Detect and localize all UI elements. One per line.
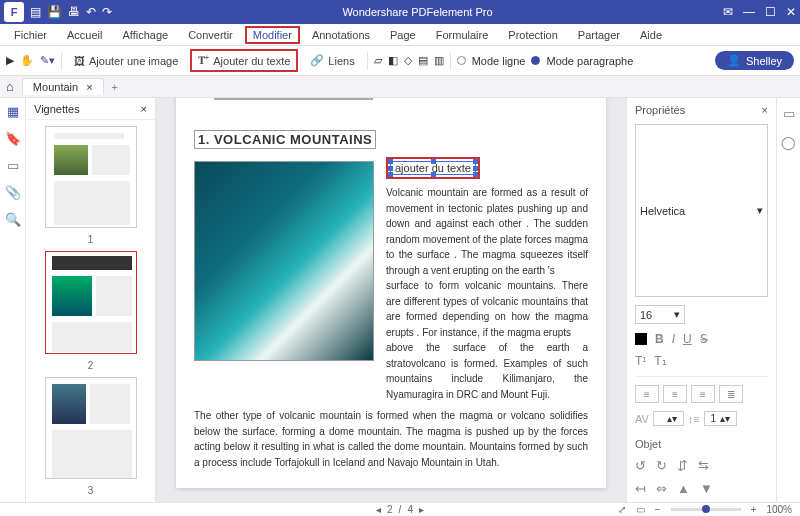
flip-horizontal-icon[interactable]: ⇆: [698, 458, 709, 473]
align-objects-left-icon[interactable]: ↤: [635, 481, 646, 496]
add-text-button[interactable]: 𝐓⁺Ajouter du texte: [190, 49, 298, 72]
link-icon: 🔗: [310, 54, 324, 67]
font-size-select[interactable]: 16▾: [635, 305, 685, 324]
zoom-value[interactable]: 100%: [766, 504, 792, 515]
text-insertion-box[interactable]: ajouter du texte: [390, 161, 476, 175]
text-color-swatch[interactable]: [635, 333, 647, 345]
search-icon[interactable]: 🔍: [5, 212, 21, 227]
menu-aide[interactable]: Aide: [632, 26, 670, 44]
minimize-icon[interactable]: —: [743, 5, 755, 19]
crop-icon[interactable]: ▱: [374, 54, 382, 67]
strikethrough-icon[interactable]: S̶: [700, 332, 708, 346]
menu-protection[interactable]: Protection: [500, 26, 566, 44]
distribute-icon[interactable]: ⇔: [656, 481, 667, 496]
open-icon[interactable]: ▤: [30, 5, 41, 19]
maximize-icon[interactable]: ☐: [765, 5, 776, 19]
menu-formulaire[interactable]: Formulaire: [428, 26, 497, 44]
bold-icon[interactable]: B: [655, 332, 664, 346]
send-back-icon[interactable]: ▼: [700, 481, 713, 496]
thumbnails-list: 1 2 3: [26, 120, 155, 502]
align-left-icon[interactable]: ≡: [635, 385, 659, 403]
rotate-left-icon[interactable]: ↺: [635, 458, 646, 473]
body-text[interactable]: Volcanic mountain are formed as a result…: [386, 185, 588, 278]
app-logo: F: [4, 2, 24, 22]
links-button[interactable]: 🔗Liens: [304, 51, 360, 70]
underline-icon[interactable]: U: [683, 332, 692, 346]
tab-close-icon[interactable]: ×: [86, 81, 92, 93]
mail-icon[interactable]: ✉: [723, 5, 733, 19]
rotate-right-icon[interactable]: ↻: [656, 458, 667, 473]
line-spacing-input[interactable]: 1▴▾: [704, 411, 738, 426]
menu-partager[interactable]: Partager: [570, 26, 628, 44]
tab-add-icon[interactable]: +: [112, 81, 118, 93]
subscript-icon[interactable]: T₁: [654, 354, 666, 368]
thumbnail-number: 3: [88, 485, 94, 496]
fit-width-icon[interactable]: ⤢: [618, 504, 626, 515]
zoom-in-icon[interactable]: +: [751, 504, 757, 515]
align-right-icon[interactable]: ≡: [691, 385, 715, 403]
document-viewport[interactable]: ARE THEY FORMED 1. VOLCANIC MOUNTAINS aj…: [156, 98, 626, 502]
body-text[interactable]: above the surface of the earth a stratov…: [386, 340, 588, 402]
section-heading[interactable]: 1. VOLCANIC MOUNTAINS: [194, 130, 376, 149]
thumbnail[interactable]: [45, 126, 137, 228]
menu-page[interactable]: Page: [382, 26, 424, 44]
menu-affichage[interactable]: Affichage: [114, 26, 176, 44]
mode-line-radio[interactable]: [457, 56, 466, 65]
article-image[interactable]: [194, 161, 374, 361]
menu-annotations[interactable]: Annotations: [304, 26, 378, 44]
superscript-icon[interactable]: T¹: [635, 354, 646, 368]
user-icon: 👤: [727, 54, 741, 67]
circle-tool-icon[interactable]: ◯: [781, 135, 796, 150]
bookmarks-icon[interactable]: 🔖: [5, 131, 21, 146]
page-next-icon[interactable]: ▸: [419, 504, 424, 515]
menu-fichier[interactable]: Fichier: [6, 26, 55, 44]
thumbnails-close-icon[interactable]: ×: [141, 103, 147, 115]
body-text[interactable]: The other type of volcanic mountain is f…: [194, 408, 588, 470]
comments-icon[interactable]: ▭: [7, 158, 19, 173]
mode-paragraph-radio[interactable]: [531, 56, 540, 65]
zoom-out-icon[interactable]: −: [655, 504, 661, 515]
select-tool-icon[interactable]: ▶: [6, 54, 14, 67]
thumbnail[interactable]: [45, 377, 137, 479]
document-tab[interactable]: Mountain ×: [22, 78, 104, 95]
zoom-slider[interactable]: [671, 508, 741, 511]
menu-convertir[interactable]: Convertir: [180, 26, 241, 44]
print-icon[interactable]: 🖶: [68, 5, 80, 19]
menu-accueil[interactable]: Accueil: [59, 26, 110, 44]
bates-icon[interactable]: ▥: [434, 54, 444, 67]
char-spacing-input[interactable]: ▴▾: [653, 411, 684, 426]
fit-page-icon[interactable]: ▭: [636, 504, 645, 515]
body-text[interactable]: surface to form volcanic mountains. Ther…: [386, 278, 588, 340]
align-justify-icon[interactable]: ≣: [719, 385, 743, 403]
background-icon[interactable]: ◇: [404, 54, 412, 67]
bring-front-icon[interactable]: ▲: [677, 481, 690, 496]
menu-bar: Fichier Accueil Affichage Convertir Modi…: [0, 24, 800, 46]
italic-icon[interactable]: I: [672, 332, 675, 346]
add-text-highlight: ajouter du texte: [386, 157, 480, 179]
thumbnail[interactable]: [45, 251, 137, 353]
user-pill[interactable]: 👤Shelley: [715, 51, 794, 70]
attachments-icon[interactable]: 📎: [5, 185, 21, 200]
page-current[interactable]: 2: [387, 504, 393, 515]
rectangle-tool-icon[interactable]: ▭: [783, 106, 795, 121]
tab-home-icon[interactable]: ⌂: [6, 79, 14, 94]
save-icon[interactable]: 💾: [47, 5, 62, 19]
undo-icon[interactable]: ↶: [86, 5, 96, 19]
thumbnails-icon[interactable]: ▦: [7, 104, 19, 119]
menu-modifier[interactable]: Modifier: [245, 26, 300, 44]
page-prev-icon[interactable]: ◂: [376, 504, 381, 515]
add-image-button[interactable]: 🖼Ajouter une image: [68, 52, 184, 70]
close-icon[interactable]: ✕: [786, 5, 796, 19]
header-footer-icon[interactable]: ▤: [418, 54, 428, 67]
flip-vertical-icon[interactable]: ⇵: [677, 458, 688, 473]
app-title: Wondershare PDFelement Pro: [112, 6, 723, 18]
hand-tool-icon[interactable]: ✋: [20, 54, 34, 67]
align-center-icon[interactable]: ≡: [663, 385, 687, 403]
status-bar: ◂ 2 / 4 ▸ ⤢ ▭ − + 100%: [0, 502, 800, 516]
redo-icon[interactable]: ↷: [102, 5, 112, 19]
watermark-icon[interactable]: ◧: [388, 54, 398, 67]
mode-line-label: Mode ligne: [472, 55, 526, 67]
properties-close-icon[interactable]: ×: [762, 104, 768, 116]
edit-tool-icon[interactable]: ✎▾: [40, 54, 55, 67]
font-family-select[interactable]: Helvetica▾: [635, 124, 768, 297]
